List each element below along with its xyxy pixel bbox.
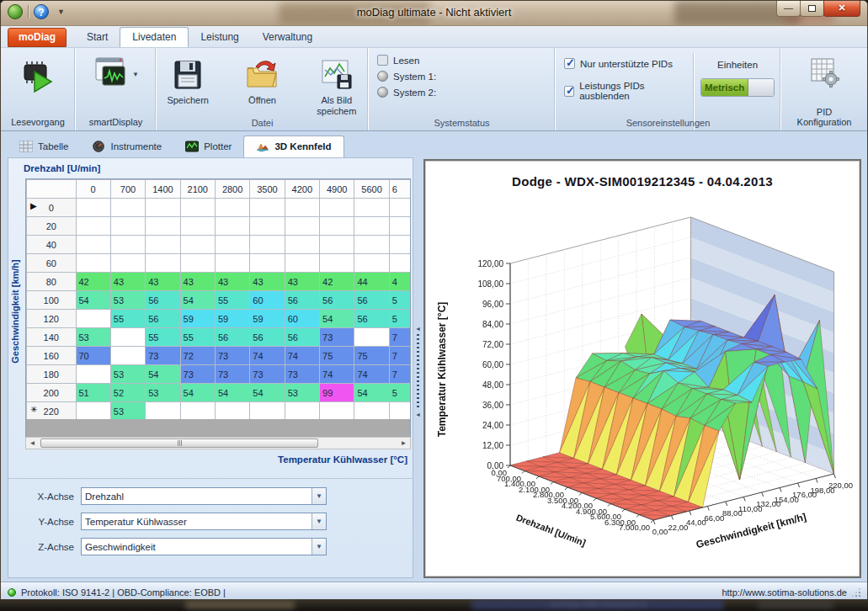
grid-col-header[interactable]: 2800 — [215, 180, 249, 199]
ribbon-apptab-modiag[interactable]: moDiag — [8, 28, 67, 47]
grid-cell[interactable]: 73 — [180, 365, 215, 384]
als-bild-speichern-button[interactable]: Als Bild speichem — [306, 53, 368, 116]
grid-col-header-partial[interactable]: 6 — [389, 180, 411, 199]
grid-cell-partial[interactable] — [389, 217, 411, 236]
grid-cell[interactable] — [250, 254, 285, 273]
grid-cell-partial[interactable] — [389, 402, 411, 421]
grid-cell[interactable]: 56 — [146, 310, 180, 328]
oeffnen-button[interactable]: Öffnen — [231, 53, 293, 116]
grid-cell[interactable]: 56 — [354, 310, 389, 328]
grid-cell-partial[interactable] — [389, 254, 411, 273]
grid-cell[interactable] — [285, 217, 319, 236]
grid-cell[interactable]: 56 — [285, 291, 319, 310]
grid-cell[interactable] — [285, 402, 319, 421]
grid-cell[interactable]: 54 — [146, 365, 180, 384]
grid-cell[interactable] — [250, 199, 285, 217]
grid-cell[interactable] — [180, 199, 215, 217]
resize-grip[interactable] — [852, 588, 860, 597]
grid-cell[interactable]: 43 — [285, 273, 319, 291]
grid-cell[interactable] — [320, 402, 354, 421]
grid-cell[interactable] — [354, 217, 389, 236]
grid-cell-partial[interactable]: 5 — [389, 384, 411, 402]
grid-cell[interactable]: 43 — [215, 273, 249, 291]
grid-col-header[interactable]: 4200 — [285, 180, 319, 199]
grid-cell[interactable]: 56 — [250, 328, 285, 347]
grid-cell[interactable] — [250, 217, 285, 236]
lesevorgang-button[interactable]: Lesevorgang — [1, 53, 75, 130]
grid-cell[interactable]: 55 — [146, 328, 180, 347]
grid-cell[interactable] — [76, 310, 110, 328]
grid-cell[interactable]: 51 — [76, 384, 110, 402]
grid-cell[interactable] — [285, 254, 319, 273]
grid-cell[interactable]: 73 — [215, 347, 249, 365]
grid-cell[interactable] — [76, 199, 110, 217]
z-achse-dropdown-icon[interactable]: ▼ — [312, 539, 326, 555]
grid-cell[interactable]: 53 — [285, 384, 319, 402]
x-achse-select[interactable]: Drehzahl ▼ — [81, 487, 327, 505]
grid-cell[interactable]: 53 — [76, 328, 110, 347]
grid-cell[interactable] — [76, 236, 110, 254]
grid-cell-partial[interactable]: 7 — [389, 347, 411, 365]
grid-cell[interactable] — [215, 199, 249, 217]
pid-konfiguration-button[interactable]: PID Konfiguration — [781, 53, 867, 130]
grid-cell[interactable] — [110, 217, 145, 236]
grid-row-header[interactable]: 160 — [27, 347, 77, 365]
grid-cell[interactable]: 44 — [354, 273, 389, 291]
grid-cell-partial[interactable]: 5 — [389, 291, 411, 310]
grid-cell[interactable]: 43 — [110, 273, 145, 291]
grid-cell[interactable]: 56 — [354, 291, 389, 310]
grid-cell[interactable] — [320, 217, 354, 236]
tab-instrumente[interactable]: Instrumente — [80, 136, 173, 157]
scroll-left-arrow[interactable]: ◄ — [26, 438, 39, 449]
grid-cell-partial[interactable]: 4 — [389, 273, 411, 291]
grid-cell[interactable]: 56 — [320, 291, 354, 310]
grid-cell-partial[interactable]: 7 — [389, 365, 411, 384]
grid-cell[interactable]: 60 — [250, 291, 285, 310]
grid-cell[interactable] — [110, 328, 145, 347]
grid-row-header[interactable]: 100 — [27, 291, 77, 310]
grid-cell[interactable] — [320, 254, 354, 273]
grid-col-header[interactable]: 0 — [76, 180, 110, 199]
tab-plotter[interactable]: Plotter — [173, 136, 243, 157]
grid-cell[interactable] — [354, 402, 389, 421]
grid-cell[interactable] — [110, 236, 145, 254]
grid-cell[interactable] — [180, 217, 215, 236]
grid-cell[interactable]: 55 — [180, 328, 215, 347]
grid-cell-partial[interactable]: 5 — [389, 310, 411, 328]
grid-cell[interactable]: 73 — [215, 365, 249, 384]
grid-cell[interactable] — [354, 254, 389, 273]
grid-cell[interactable] — [250, 236, 285, 254]
grid-cell[interactable]: 74 — [320, 365, 354, 384]
grid-cell[interactable]: 56 — [285, 328, 319, 347]
grid-cell[interactable] — [76, 254, 110, 273]
splitter-handle[interactable]: ◄ ◄ — [415, 326, 421, 418]
grid-cell[interactable] — [110, 199, 145, 217]
grid-cell[interactable]: 99 — [320, 384, 354, 402]
leistungs-pids-checkbox[interactable] — [564, 86, 574, 97]
grid-cell[interactable] — [180, 254, 215, 273]
grid-cell[interactable]: 53 — [110, 402, 145, 421]
grid-cell[interactable]: 55 — [110, 310, 145, 328]
grid-cell[interactable] — [215, 217, 249, 236]
grid-row-header[interactable]: 200 — [27, 384, 77, 402]
grid-col-header[interactable]: 1400 — [146, 180, 180, 199]
grid-cell[interactable]: 59 — [250, 310, 285, 328]
grid-cell[interactable]: 53 — [110, 365, 145, 384]
grid-cell-partial[interactable] — [389, 199, 411, 217]
grid-cell[interactable] — [320, 236, 354, 254]
grid-cell[interactable] — [110, 347, 145, 365]
metrisch-toggle[interactable]: Metrisch — [700, 78, 775, 97]
grid-cell-partial[interactable] — [389, 236, 411, 254]
grid-cell[interactable] — [215, 254, 249, 273]
speichern-button[interactable]: Speichern — [157, 53, 219, 116]
grid-cell[interactable]: 74 — [250, 347, 285, 365]
grid-cell[interactable] — [215, 236, 249, 254]
minimize-button[interactable]: — — [776, 1, 801, 17]
grid-cell[interactable]: 43 — [250, 273, 285, 291]
grid-row-header[interactable]: 20 — [27, 217, 77, 236]
grid-cell[interactable]: 59 — [215, 310, 249, 328]
grid-cell[interactable]: 54 — [320, 310, 354, 328]
smartdisplay-dropdown-icon[interactable]: ▼ — [132, 71, 139, 78]
grid-row-header[interactable]: 80 — [27, 273, 77, 291]
horizontal-scrollbar[interactable]: ◄ ► — [25, 437, 411, 449]
